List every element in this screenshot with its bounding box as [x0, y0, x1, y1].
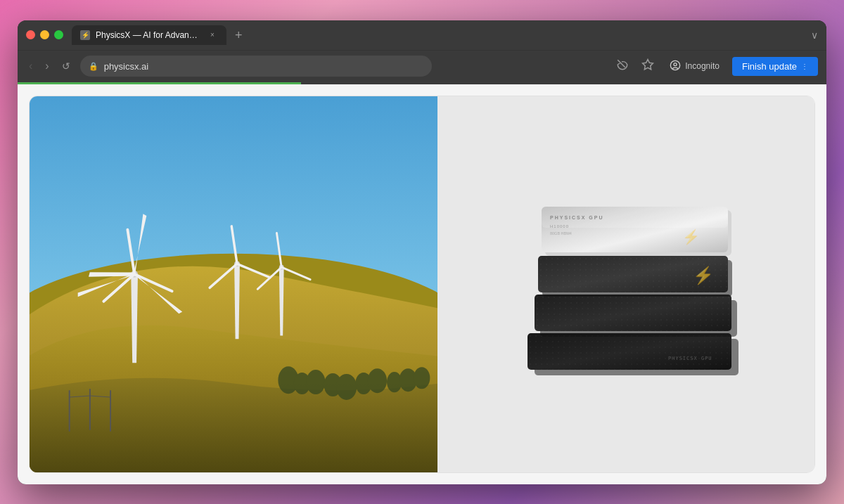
svg-point-14 [414, 367, 430, 389]
minimize-traffic-light[interactable] [40, 30, 49, 39]
tab-favicon: ⚡ [80, 30, 90, 40]
toolbar: ‹ › ↺ 🔒 physicsx.ai [18, 50, 826, 82]
svg-point-11 [368, 368, 387, 393]
tab-close-button[interactable]: × [207, 30, 218, 41]
active-tab[interactable]: ⚡ PhysicsX — AI for Advanced... × [72, 25, 226, 45]
wind-farm-image [30, 96, 437, 472]
svg-text:PHYSICSX GPU: PHYSICSX GPU [668, 356, 712, 361]
svg-text:⚡: ⚡ [693, 265, 714, 285]
close-traffic-light[interactable] [26, 30, 35, 39]
back-button[interactable]: ‹ [26, 57, 35, 75]
right-panel: PHYSICSX GPU [437, 96, 814, 472]
tab-bar: ⚡ PhysicsX — AI for Advanced... × + [72, 25, 811, 45]
left-panel [30, 96, 437, 472]
window-chevron-icon[interactable]: ∨ [811, 30, 818, 41]
forward-button[interactable]: › [42, 57, 51, 75]
gpu-stack-image: PHYSICSX GPU [485, 172, 767, 396]
eye-icon[interactable] [613, 56, 632, 77]
reload-button[interactable]: ↺ [59, 58, 73, 75]
svg-text:80GB HBM4: 80GB HBM4 [550, 231, 572, 235]
new-tab-button[interactable]: + [229, 29, 248, 41]
svg-point-2 [674, 63, 677, 65]
content-area: PHYSICSX GPU [18, 84, 826, 484]
finish-update-label: Finish update [742, 61, 797, 72]
svg-point-9 [336, 373, 357, 399]
address-text: physicsx.ai [104, 61, 423, 72]
lock-icon: 🔒 [89, 62, 98, 71]
svg-rect-42 [528, 333, 731, 370]
title-bar: ⚡ PhysicsX — AI for Advanced... × + ∨ [18, 20, 826, 50]
browser-window: ⚡ PhysicsX — AI for Advanced... × + ∨ ‹ … [18, 20, 826, 484]
window-controls-right: ∨ [811, 30, 818, 41]
traffic-lights [26, 30, 63, 39]
svg-rect-46 [535, 295, 731, 331]
svg-text:PHYSICSX GPU: PHYSICSX GPU [550, 215, 604, 220]
maximize-traffic-light[interactable] [54, 30, 63, 39]
toolbar-right: Incognito Finish update ⋮ [613, 56, 818, 77]
finish-update-button[interactable]: Finish update ⋮ [732, 57, 818, 76]
svg-point-7 [306, 370, 325, 394]
incognito-label: Incognito [685, 61, 720, 71]
finish-update-chevron-icon: ⋮ [801, 63, 808, 70]
tab-title: PhysicsX — AI for Advanced... [96, 30, 201, 40]
address-bar[interactable]: 🔒 physicsx.ai [80, 56, 432, 77]
svg-marker-1 [643, 60, 653, 70]
incognito-icon [670, 60, 681, 73]
svg-text:H10000: H10000 [550, 224, 569, 228]
svg-text:⚡: ⚡ [682, 228, 700, 245]
bookmark-icon[interactable] [639, 56, 657, 77]
content-inner: PHYSICSX GPU [29, 96, 815, 473]
incognito-button[interactable]: Incognito [664, 57, 725, 76]
